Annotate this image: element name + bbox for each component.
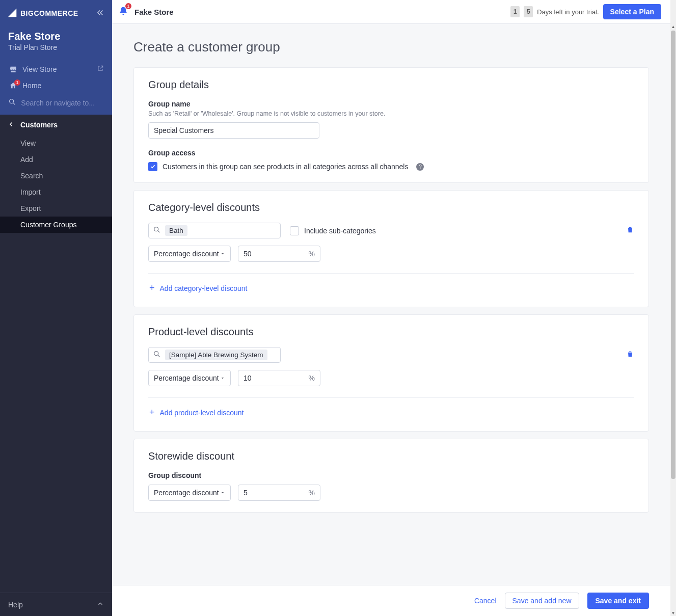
chevron-down-icon — [220, 251, 225, 256]
include-subcategories-checkbox[interactable] — [290, 226, 299, 235]
category-search-input[interactable]: Bath — [148, 223, 281, 238]
help-tooltip-icon[interactable]: ? — [416, 163, 424, 171]
topbar-store-title: Fake Store — [134, 8, 174, 16]
nav-home-label: Home — [22, 82, 41, 90]
save-and-add-new-button[interactable]: Save and add new — [505, 593, 579, 609]
subnav-item-export[interactable]: Export — [0, 200, 112, 217]
panel-product-discounts: Product-level discounts [Sample] Able Br… — [133, 314, 649, 432]
group-access-text: Customers in this group can see products… — [163, 163, 408, 171]
storewide-discount-amount-input[interactable] — [244, 489, 294, 497]
storewide-discount-amount-wrapper: % — [238, 485, 320, 501]
panel-group-details: Group details Group name Such as 'Retail… — [133, 67, 649, 183]
external-link-icon — [97, 65, 104, 73]
plus-icon: + — [149, 283, 155, 293]
scrollbar-thumb[interactable] — [671, 31, 675, 479]
footer-bar: Cancel Save and add new Save and exit — [112, 585, 670, 616]
include-subcategories-label: Include sub-categories — [304, 227, 376, 235]
logo-row: BIGCOMMERCE — [0, 0, 112, 26]
section-customers-label: Customers — [20, 121, 58, 129]
trash-icon — [626, 350, 634, 358]
product-discount-amount-input[interactable] — [244, 374, 294, 382]
category-discounts-heading: Category-level discounts — [148, 202, 634, 213]
delete-category-discount-button[interactable] — [626, 227, 634, 235]
brand-text: BIGCOMMERCE — [20, 9, 78, 17]
category-discount-amount-wrapper: % — [238, 246, 320, 262]
subnav: ViewAddSearchImportExportCustomer Groups — [0, 135, 112, 237]
divider — [148, 397, 634, 398]
trial-info: 1 5 Days left in your trial. Select a Pl… — [510, 4, 661, 19]
storefront-icon — [8, 65, 18, 73]
nav-search-input[interactable] — [21, 99, 104, 107]
chevron-down-icon — [220, 376, 225, 381]
group-access-label: Group access — [148, 149, 634, 157]
product-discounts-heading: Product-level discounts — [148, 326, 634, 338]
product-chip[interactable]: [Sample] Able Brewing System — [165, 350, 267, 360]
product-search-input[interactable]: [Sample] Able Brewing System — [148, 347, 281, 363]
storewide-label: Group discount — [148, 471, 634, 479]
storewide-discount-type-value: Percentage discount — [154, 489, 219, 497]
storewide-discount-unit: % — [309, 489, 315, 497]
store-plan: Trial Plan Store — [8, 43, 104, 51]
plus-icon: + — [149, 407, 155, 418]
home-badge: 1 — [14, 79, 20, 86]
subnav-item-search[interactable]: Search — [0, 168, 112, 184]
trial-text: Days left in your trial. — [537, 8, 599, 16]
add-category-discount-label: Add category-level discount — [160, 284, 248, 292]
search-icon — [8, 98, 17, 108]
cancel-button[interactable]: Cancel — [474, 597, 497, 605]
page-title: Create a customer group — [133, 39, 649, 55]
delete-product-discount-button[interactable] — [626, 352, 634, 360]
chevron-down-icon — [220, 490, 225, 495]
section-customers[interactable]: Customers — [0, 115, 112, 135]
product-discount-unit: % — [309, 374, 315, 382]
sidebar-help[interactable]: Help — [0, 593, 112, 616]
nav-view-store[interactable]: View Store — [0, 61, 112, 77]
home-icon: 1 — [8, 82, 18, 90]
subnav-item-view[interactable]: View — [0, 135, 112, 151]
category-discount-amount-input[interactable] — [244, 250, 294, 258]
panel-storewide-discount: Storewide discount Group discount Percen… — [133, 439, 649, 513]
store-name: Fake Store — [8, 31, 104, 42]
notifications-button[interactable]: 1 — [118, 6, 128, 18]
content: Create a customer group Group details Gr… — [112, 24, 670, 585]
collapse-sidebar-button[interactable] — [96, 8, 105, 19]
scroll-up-arrow-icon: ▲ — [670, 24, 676, 30]
group-details-heading: Group details — [148, 79, 634, 91]
sidebar: BIGCOMMERCE Fake Store Trial Plan Store … — [0, 0, 112, 616]
sidebar-help-label: Help — [8, 601, 23, 609]
bigcommerce-logo-icon — [7, 8, 18, 19]
subnav-item-customer-groups[interactable]: Customer Groups — [0, 217, 112, 233]
category-discount-type-select[interactable]: Percentage discount — [148, 246, 231, 262]
chevron-left-icon — [8, 121, 14, 129]
search-icon — [152, 350, 162, 360]
nav-home[interactable]: 1 Home — [0, 77, 112, 94]
vertical-scrollbar[interactable]: ▲ ▼ — [670, 0, 676, 616]
storewide-heading: Storewide discount — [148, 450, 634, 462]
product-discount-type-select[interactable]: Percentage discount — [148, 370, 231, 386]
select-plan-button[interactable]: Select a Plan — [603, 4, 661, 19]
topbar: 1 Fake Store 1 5 Days left in your trial… — [112, 0, 670, 24]
category-chip[interactable]: Bath — [165, 225, 187, 236]
sidebar-top: BIGCOMMERCE Fake Store Trial Plan Store … — [0, 0, 112, 115]
group-access-checkbox[interactable] — [148, 162, 157, 171]
add-product-discount-button[interactable]: + Add product-level discount — [148, 405, 634, 420]
search-icon — [152, 226, 162, 235]
check-icon — [150, 164, 156, 170]
subnav-item-add[interactable]: Add — [0, 151, 112, 168]
storewide-discount-type-select[interactable]: Percentage discount — [148, 485, 231, 501]
trash-icon — [626, 226, 634, 234]
trial-digit-1: 1 — [510, 6, 520, 17]
svg-point-0 — [10, 99, 14, 103]
save-and-exit-button[interactable]: Save and exit — [587, 593, 650, 609]
product-discount-type-value: Percentage discount — [154, 374, 219, 382]
svg-point-1 — [154, 227, 158, 231]
add-category-discount-button[interactable]: + Add category-level discount — [148, 281, 634, 296]
chevron-up-icon — [97, 600, 104, 609]
group-name-input[interactable] — [148, 122, 319, 139]
brand-logo[interactable]: BIGCOMMERCE — [7, 8, 78, 19]
nav-search[interactable] — [0, 94, 112, 115]
group-name-label: Group name — [148, 100, 634, 108]
subnav-item-import[interactable]: Import — [0, 184, 112, 200]
trial-digit-2: 5 — [524, 6, 533, 17]
product-discount-amount-wrapper: % — [238, 370, 320, 386]
